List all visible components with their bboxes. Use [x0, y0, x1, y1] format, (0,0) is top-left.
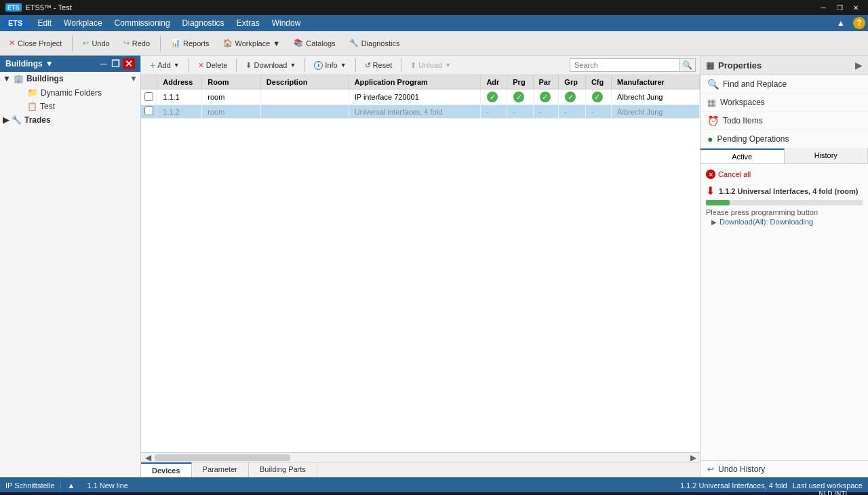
th-description: Description — [260, 75, 349, 90]
panel-title-text: Properties — [718, 60, 762, 71]
sidebar-item-dynamic-folders[interactable]: 📁 Dynamic Folders — [0, 85, 140, 100]
download-button[interactable]: ⬇ Download ▼ — [241, 59, 300, 72]
table-row[interactable]: 1.1.2 room Universal interfaces, 4 fold … — [141, 105, 700, 119]
th-app-program: Application Program — [349, 75, 481, 90]
close-button[interactable]: ✕ — [849, 2, 863, 13]
scroll-right-button[interactable]: ▶ — [686, 453, 700, 462]
undo-history-item[interactable]: ↩ Undo History — [701, 460, 868, 477]
catalogs-button[interactable]: 📚 Catalogs — [288, 36, 341, 50]
reports-icon: 📊 — [171, 39, 180, 47]
buildings-menu-icon[interactable]: ▼ — [130, 74, 138, 83]
diagnostics-button[interactable]: 🔧 Diagnostics — [343, 36, 406, 50]
sidebar-item-trades[interactable]: ▶ 🔧 Trades — [0, 113, 140, 127]
window-title: ETS ETS5™ - Test — [5, 3, 72, 12]
tab-devices[interactable]: Devices — [141, 462, 192, 477]
th-checkbox — [141, 75, 157, 90]
op-sub-item: ▶ Download(All): Downloading — [706, 218, 863, 226]
workplace-button[interactable]: 🏠 Workplace ▼ — [217, 36, 287, 50]
close-project-button[interactable]: ✕ Close Project — [3, 36, 68, 50]
cfg-ok-icon: ✓ — [592, 92, 603, 102]
sidebar-restore-icon[interactable]: ❐ — [110, 58, 121, 69]
tab-building-parts[interactable]: Building Parts — [249, 462, 317, 477]
workspaces-item[interactable]: ▦ Workspaces — [701, 94, 868, 112]
sidebar-minimize-icon[interactable]: ─ — [99, 58, 108, 69]
delete-button[interactable]: ✕ Delete — [193, 59, 233, 72]
sidebar-close-icon[interactable]: ✕ — [123, 58, 135, 69]
row1-checkbox[interactable] — [141, 90, 157, 105]
row2-room: room — [202, 105, 261, 119]
system-clock[interactable]: NLD INTL 22:21 16/03/2017 — [815, 490, 849, 495]
reports-label: Reports — [183, 39, 210, 47]
reset-label: Reset — [373, 61, 393, 69]
menu-window[interactable]: Window — [267, 17, 307, 29]
properties-icon: ▦ — [706, 60, 714, 71]
diagnostics-icon: 🔧 — [349, 39, 359, 47]
cancel-all-button[interactable]: ✕ Cancel all — [706, 170, 863, 179]
download-dropdown-icon[interactable]: ▼ — [290, 62, 296, 68]
sidebar-header: Buildings ▼ ─ ❐ ✕ — [0, 56, 140, 72]
toolbar: ✕ Close Project ↩ Undo ↪ Redo 📊 Reports … — [0, 31, 868, 56]
row2-checkbox[interactable] — [141, 105, 157, 119]
search-input[interactable] — [570, 60, 679, 71]
unload-button[interactable]: ⬆ Unload ▼ — [406, 59, 456, 72]
help-icon[interactable]: ? — [853, 17, 865, 29]
horizontal-scrollbar[interactable] — [155, 454, 290, 461]
device-table: Address Room Description Application Pro… — [141, 75, 700, 452]
row2-manufacturer: Albrecht Jung — [612, 105, 700, 119]
ct-separator-2 — [236, 58, 237, 72]
redo-icon: ↪ — [123, 39, 130, 47]
search-box[interactable]: 🔍 — [570, 58, 696, 72]
th-prg: Prg — [507, 75, 533, 90]
expand-icon: ▼ — [3, 74, 11, 83]
collapse-icon[interactable]: ▲ — [837, 18, 845, 28]
menu-edit[interactable]: Edit — [32, 17, 57, 29]
todo-icon: ⏰ — [707, 115, 719, 126]
tab-parameter[interactable]: Parameter — [192, 462, 249, 477]
prg-ok-icon: ✓ — [513, 92, 524, 102]
ets-menu[interactable]: ETS — [3, 18, 28, 28]
add-dropdown-icon[interactable]: ▼ — [174, 62, 180, 68]
sidebar-item-buildings[interactable]: ▼ 🏢 Buildings ▼ — [0, 72, 140, 85]
checkbox-2[interactable] — [144, 106, 153, 115]
op-sub-expand-icon[interactable]: ▶ — [711, 218, 717, 226]
pending-tab-history[interactable]: History — [785, 148, 869, 163]
menu-workplace[interactable]: Workplace — [58, 17, 107, 29]
row1-par: ✓ — [533, 90, 559, 105]
trades-label: Trades — [24, 115, 51, 125]
ct-separator-3 — [304, 58, 305, 72]
info-button[interactable]: i Info ▼ — [309, 59, 351, 72]
panel-expand-icon[interactable]: ▶ — [855, 60, 863, 71]
reset-button[interactable]: ↺ Reset — [360, 59, 397, 72]
undo-history-icon: ↩ — [707, 464, 714, 474]
cancel-all-label: Cancel all — [718, 170, 751, 178]
right-panel: ▦ Properties ▶ 🔍 Find and Replace ▦ Work… — [700, 56, 868, 477]
status-nav-up-icon[interactable]: ▲ — [66, 481, 77, 490]
pending-operations-item[interactable]: ● Pending Operations — [701, 130, 868, 148]
undo-icon: ↩ — [83, 39, 89, 47]
reports-button[interactable]: 📊 Reports — [165, 36, 216, 50]
search-button[interactable]: 🔍 — [679, 59, 695, 71]
pending-tab-active[interactable]: Active — [701, 148, 785, 163]
table-row[interactable]: 1.1.1 room IP interface 720001 ✓ ✓ ✓ ✓ ✓… — [141, 90, 700, 105]
menu-diagnostics[interactable]: Diagnostics — [177, 17, 230, 29]
info-dropdown-icon[interactable]: ▼ — [340, 62, 347, 68]
add-button[interactable]: + Add ▼ — [145, 58, 184, 73]
undo-button[interactable]: ↩ Undo — [77, 36, 115, 50]
checkbox-1[interactable] — [144, 92, 153, 101]
buildings-header-label: Buildings — [5, 59, 43, 68]
find-replace-item[interactable]: 🔍 Find and Replace — [701, 75, 868, 94]
th-address: Address — [157, 75, 202, 90]
sidebar: Buildings ▼ ─ ❐ ✕ ▼ 🏢 Buildings ▼ 📁 Dyna… — [0, 56, 141, 477]
redo-button[interactable]: ↪ Redo — [117, 36, 156, 50]
restore-button[interactable]: ❐ — [833, 2, 846, 13]
scroll-left-button[interactable]: ◀ — [141, 453, 155, 462]
pending-operation: ⬇ 1.1.2 Universal Interfaces, 4 fold (ro… — [706, 184, 863, 226]
sidebar-item-test[interactable]: 📋 Test — [0, 100, 140, 113]
menu-extras[interactable]: Extras — [231, 17, 265, 29]
menu-commissioning[interactable]: Commissioning — [109, 17, 176, 29]
buildings-dropdown-icon[interactable]: ▼ — [45, 59, 54, 68]
minimize-button[interactable]: ─ — [816, 2, 830, 13]
folder-icon: 📁 — [27, 87, 38, 98]
taskbar: e ETS ▲ 🌐 🔊 🔋 NLD INTL 22:21 16/03/2017 … — [0, 492, 868, 495]
todo-items-item[interactable]: ⏰ Todo Items — [701, 112, 868, 130]
